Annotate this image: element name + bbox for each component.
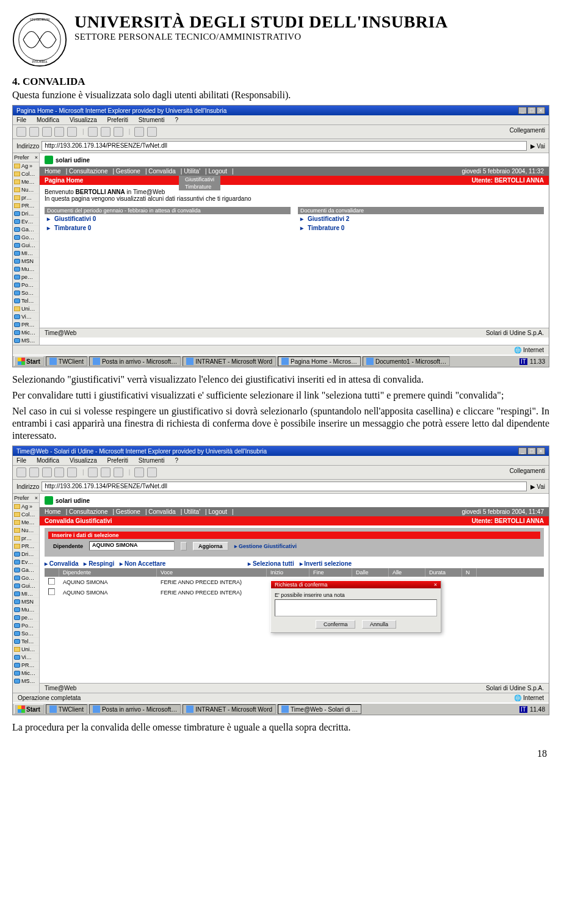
ie-menubar[interactable]: File Modifica Visualizza Preferiti Strum…	[13, 456, 549, 466]
close-icon[interactable]: ×	[35, 154, 38, 161]
doc-link[interactable]: Giustificativi 2	[298, 214, 544, 223]
fav-item[interactable]: Col…	[13, 511, 39, 519]
fav-item[interactable]: pe…	[13, 273, 39, 281]
menu-strumenti[interactable]: Strumenti	[139, 457, 165, 464]
annulla-button[interactable]: Annulla	[362, 620, 396, 629]
fav-item[interactable]: Dri…	[13, 210, 39, 218]
forward-icon[interactable]	[29, 127, 39, 137]
fav-item[interactable]: Ga…	[13, 226, 39, 234]
fav-item[interactable]: Mic…	[13, 329, 39, 337]
address-input[interactable]: http://193.206.179.134/PRESENZE/TwNet.dl…	[42, 482, 526, 491]
menu-modifica[interactable]: Modifica	[37, 117, 59, 123]
task-btn[interactable]: Pagina Home - Micros…	[278, 356, 361, 366]
fav-item[interactable]: MI…	[13, 590, 39, 598]
dialog-note-input[interactable]	[275, 599, 437, 616]
menu-visualizza[interactable]: Visualizza	[70, 117, 97, 123]
task-btn[interactable]: TWClient	[46, 356, 87, 366]
window-buttons[interactable]: _□×	[518, 447, 545, 455]
favorites-icon[interactable]	[101, 467, 110, 477]
back-icon[interactable]	[16, 467, 26, 477]
home-icon[interactable]	[67, 467, 77, 477]
home-icon[interactable]	[67, 127, 77, 137]
mail-icon[interactable]	[134, 467, 144, 477]
ie-toolbar[interactable]: | | Collegamenti	[13, 466, 549, 480]
gestione-link[interactable]: ▸ Gestione Giustificativi	[234, 543, 297, 549]
task-btn[interactable]: TWClient	[46, 704, 87, 714]
menu-file[interactable]: File	[16, 457, 26, 464]
address-input[interactable]: http://193.206.179.134/PRESENZE/TwNet.dl…	[42, 141, 526, 151]
nav-convalida[interactable]: Convalida	[148, 508, 175, 515]
fav-item[interactable]: Po…	[13, 622, 39, 630]
fav-item[interactable]: Tel…	[13, 297, 39, 305]
nav-consultazione[interactable]: Consultazione	[69, 508, 107, 515]
mail-icon[interactable]	[134, 127, 144, 137]
window-buttons[interactable]: _□×	[518, 107, 545, 114]
task-btn[interactable]: Posta in arrivo - Microsoft…	[89, 356, 181, 366]
fav-item[interactable]: MI…	[13, 250, 39, 258]
fav-item[interactable]: PR…	[13, 321, 39, 329]
menu-preferiti[interactable]: Preferiti	[107, 457, 128, 464]
menu-strumenti[interactable]: Strumenti	[139, 117, 165, 123]
forward-icon[interactable]	[29, 467, 39, 477]
fav-item[interactable]: pe…	[13, 614, 39, 622]
convalida-submenu[interactable]: Giustificativi Timbrature	[179, 176, 220, 190]
link-respingi[interactable]: Respingi	[84, 560, 114, 567]
fav-item[interactable]: Ev…	[13, 558, 39, 566]
fav-item[interactable]: Tel…	[13, 638, 39, 646]
nav-utilita[interactable]: Utilita'	[184, 168, 200, 175]
fav-item[interactable]: MS…	[13, 677, 39, 685]
history-icon[interactable]	[114, 127, 123, 137]
fav-item[interactable]: PR…	[13, 543, 39, 550]
conferma-button[interactable]: Conferma	[316, 620, 356, 629]
task-btn[interactable]: INTRANET - Microsoft Word	[183, 356, 276, 366]
fav-item[interactable]: Ag»	[13, 503, 39, 511]
lang-indicator[interactable]: IT	[519, 706, 527, 713]
fav-item[interactable]: Uni…	[13, 646, 39, 654]
search-icon[interactable]	[88, 127, 98, 137]
link-non-accettare[interactable]: Non Accettare	[120, 560, 165, 567]
taskbar[interactable]: Start TWClient Posta in arrivo - Microso…	[13, 702, 549, 715]
fav-item[interactable]: Uni…	[13, 305, 39, 313]
row-checkbox[interactable]	[48, 578, 55, 585]
task-btn[interactable]: Time@Web - Solari di …	[278, 704, 361, 714]
nav-logout[interactable]: Logout	[208, 168, 227, 175]
task-btn[interactable]: Documento1 - Microsoft…	[363, 356, 450, 366]
fav-item[interactable]: Vi…	[13, 313, 39, 321]
nav-utilita[interactable]: Utilita'	[184, 508, 200, 515]
submenu-timbrature[interactable]: Timbrature	[179, 183, 220, 190]
fav-item[interactable]: Col…	[13, 170, 39, 178]
fav-item[interactable]: Nu…	[13, 186, 39, 194]
fav-item[interactable]: Ag»	[13, 162, 39, 170]
go-button[interactable]: ▶ Vai	[530, 483, 546, 490]
fav-item[interactable]: So…	[13, 630, 39, 638]
app-topnav[interactable]: Home| Consultazione| Gestione| Convalida…	[40, 507, 549, 516]
fav-item[interactable]: PR…	[13, 202, 39, 210]
lang-indicator[interactable]: IT	[519, 358, 527, 365]
fav-item[interactable]: MS…	[13, 337, 39, 345]
nav-consultazione[interactable]: Consultazione	[69, 168, 107, 175]
start-button[interactable]: Start	[14, 704, 44, 714]
dipendente-select[interactable]: AQUINO SIMONA	[89, 541, 175, 550]
nav-gestione[interactable]: Gestione	[116, 508, 140, 515]
taskbar[interactable]: Start TWClient Posta in arrivo - Microso…	[13, 355, 549, 367]
fav-item[interactable]: Gui…	[13, 582, 39, 590]
aggiorna-button[interactable]: Aggiorna	[193, 542, 228, 550]
print-icon[interactable]	[147, 127, 157, 137]
fav-item[interactable]: Gui…	[13, 242, 39, 250]
fav-item[interactable]: So…	[13, 289, 39, 297]
task-btn[interactable]: Posta in arrivo - Microsoft…	[89, 704, 181, 714]
refresh-icon[interactable]	[54, 467, 64, 477]
menu-help[interactable]: ?	[175, 457, 178, 464]
fav-item[interactable]: MSN	[13, 598, 39, 606]
dialog-close-icon[interactable]: ×	[434, 582, 437, 588]
fav-item[interactable]: Mu…	[13, 606, 39, 614]
fav-item[interactable]: Po…	[13, 281, 39, 289]
menu-preferiti[interactable]: Preferiti	[107, 117, 128, 123]
doc-link[interactable]: Timbrature 0	[45, 223, 291, 233]
fav-item[interactable]: pr…	[13, 535, 39, 543]
refresh-icon[interactable]	[54, 127, 64, 137]
nav-home[interactable]: Home	[45, 508, 61, 515]
nav-convalida[interactable]: Convalida	[148, 168, 175, 175]
dropdown-arrow-icon[interactable]	[181, 542, 187, 550]
fav-item[interactable]: Dri…	[13, 550, 39, 558]
